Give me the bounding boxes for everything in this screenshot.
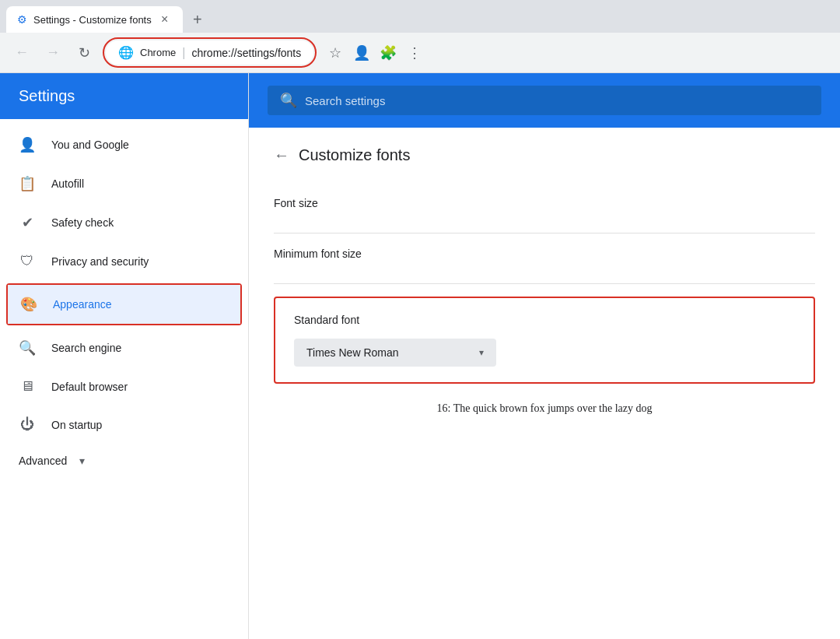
tab-favicon: ⚙ bbox=[17, 13, 27, 26]
main-content-area: 🔍 Search settings ← Customize fonts Font… bbox=[249, 73, 840, 639]
advanced-chevron-icon: ▾ bbox=[79, 455, 85, 467]
address-bar: ← → ↻ 🌐 Chrome | chrome://settings/fonts… bbox=[0, 33, 840, 73]
toolbar-buttons: ☆ 👤 🧩 ⋮ bbox=[323, 40, 427, 65]
font-select-dropdown[interactable]: Times New Roman ▾ bbox=[294, 339, 496, 367]
sidebar-label-you-and-google: You and Google bbox=[51, 139, 129, 151]
shield-icon: 🛡 bbox=[19, 253, 36, 269]
browser-icon: 🖥 bbox=[19, 378, 36, 395]
advanced-item[interactable]: Advanced ▾ bbox=[0, 444, 248, 478]
url-input[interactable]: chrome://settings/fonts bbox=[191, 47, 301, 59]
search-nav-icon: 🔍 bbox=[19, 339, 36, 356]
sidebar-label-appearance: Appearance bbox=[53, 298, 112, 311]
extensions-button[interactable]: 🧩 bbox=[376, 40, 401, 65]
sidebar-nav: 👤 You and Google 📋 Autofill ✔ Safety che… bbox=[0, 119, 248, 639]
menu-button[interactable]: ⋮ bbox=[402, 40, 427, 65]
appearance-highlight-box: 🎨 Appearance bbox=[6, 283, 242, 325]
tab-close-button[interactable]: × bbox=[158, 12, 172, 26]
sidebar-item-you-and-google[interactable]: 👤 You and Google bbox=[0, 125, 248, 164]
sidebar-item-search-engine[interactable]: 🔍 Search engine bbox=[0, 328, 248, 367]
advanced-label: Advanced bbox=[19, 455, 67, 467]
url-chrome-label: Chrome bbox=[140, 47, 176, 58]
url-bar[interactable]: 🌐 Chrome | chrome://settings/fonts bbox=[106, 40, 313, 65]
search-placeholder-text: Search settings bbox=[305, 94, 385, 107]
section-title-row: ← Customize fonts bbox=[274, 146, 815, 164]
search-bar[interactable]: 🔍 Search settings bbox=[268, 86, 821, 115]
sidebar-label-default-browser: Default browser bbox=[51, 381, 128, 393]
font-size-label: Font size bbox=[274, 197, 815, 209]
font-size-row: Font size bbox=[274, 183, 815, 233]
forward-button[interactable]: → bbox=[40, 40, 65, 65]
customize-fonts-heading: Customize fonts bbox=[299, 146, 410, 164]
tab-title: Settings - Customize fonts bbox=[33, 14, 152, 26]
sidebar-label-autofill: Autofill bbox=[51, 177, 84, 190]
selected-font-text: Times New Roman bbox=[306, 346, 399, 359]
back-arrow-button[interactable]: ← bbox=[274, 146, 289, 164]
min-font-size-label: Minimum font size bbox=[274, 248, 815, 260]
customize-fonts-content: ← Customize fonts Font size Minimum font… bbox=[249, 128, 840, 440]
search-icon: 🔍 bbox=[280, 92, 297, 109]
sidebar-label-on-startup: On startup bbox=[51, 419, 102, 431]
settings-search-header: 🔍 Search settings bbox=[249, 73, 840, 128]
standard-font-label: Standard font bbox=[294, 314, 795, 326]
new-tab-button[interactable]: + bbox=[186, 8, 209, 31]
checkmark-icon: ✔ bbox=[19, 214, 36, 231]
paint-icon: 🎨 bbox=[20, 296, 37, 313]
min-font-size-row: Minimum font size bbox=[274, 233, 815, 284]
sidebar-item-default-browser[interactable]: 🖥 Default browser bbox=[0, 367, 248, 406]
profile-button[interactable]: 👤 bbox=[349, 40, 374, 65]
sidebar-label-privacy: Privacy and security bbox=[51, 255, 149, 268]
browser-frame: ⚙ Settings - Customize fonts × + ← → ↻ 🌐… bbox=[0, 0, 840, 639]
standard-font-box: Standard font Times New Roman ▾ bbox=[274, 297, 815, 384]
sidebar-header: Settings bbox=[0, 73, 248, 119]
reload-button[interactable]: ↻ bbox=[72, 40, 96, 65]
sidebar-label-search-engine: Search engine bbox=[51, 342, 121, 354]
page-content: Settings 👤 You and Google 📋 Autofill ✔ S… bbox=[0, 73, 840, 639]
sidebar-item-autofill[interactable]: 📋 Autofill bbox=[0, 164, 248, 203]
standard-font-section: Standard font Times New Roman ▾ 16: The … bbox=[274, 297, 815, 421]
font-preview-text: 16: The quick brown fox jumps over the l… bbox=[274, 396, 815, 421]
bookmark-button[interactable]: ☆ bbox=[323, 40, 348, 65]
site-info-icon: 🌐 bbox=[118, 45, 134, 60]
sidebar-item-privacy[interactable]: 🛡 Privacy and security bbox=[0, 242, 248, 280]
sidebar-label-safety-check: Safety check bbox=[51, 216, 114, 229]
dropdown-arrow-icon: ▾ bbox=[479, 347, 484, 358]
back-button[interactable]: ← bbox=[9, 40, 34, 65]
tab-bar: ⚙ Settings - Customize fonts × + bbox=[0, 0, 840, 33]
settings-title: Settings bbox=[19, 87, 75, 104]
active-tab[interactable]: ⚙ Settings - Customize fonts × bbox=[6, 6, 183, 33]
settings-sidebar: Settings 👤 You and Google 📋 Autofill ✔ S… bbox=[0, 73, 249, 639]
url-bar-highlight: 🌐 Chrome | chrome://settings/fonts bbox=[103, 37, 317, 68]
autofill-icon: 📋 bbox=[19, 175, 36, 192]
sidebar-item-appearance[interactable]: 🎨 Appearance bbox=[8, 285, 240, 324]
sidebar-item-on-startup[interactable]: ⏻ On startup bbox=[0, 406, 248, 444]
startup-icon: ⏻ bbox=[19, 416, 36, 433]
person-icon: 👤 bbox=[19, 136, 36, 153]
url-separator: | bbox=[182, 46, 185, 60]
sidebar-item-safety-check[interactable]: ✔ Safety check bbox=[0, 203, 248, 242]
